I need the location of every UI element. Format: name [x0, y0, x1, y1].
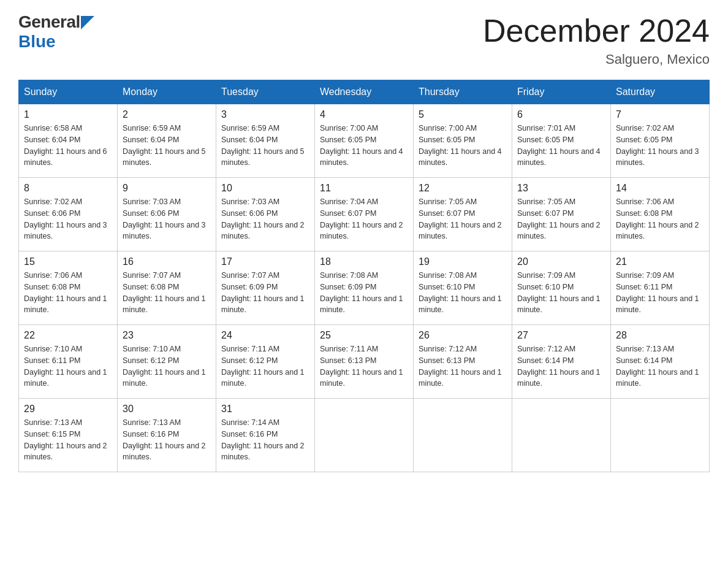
day-number: 22 — [24, 330, 112, 341]
calendar-day-cell: 18 Sunrise: 7:08 AMSunset: 6:09 PMDaylig… — [315, 251, 414, 325]
day-number: 7 — [616, 109, 704, 120]
day-number: 13 — [517, 183, 605, 194]
logo: General Blue — [18, 12, 94, 52]
calendar-day-cell: 2 Sunrise: 6:59 AMSunset: 6:04 PMDayligh… — [118, 104, 216, 178]
day-number: 5 — [419, 109, 507, 120]
day-info: Sunrise: 7:09 AMSunset: 6:11 PMDaylight:… — [616, 271, 699, 314]
day-info: Sunrise: 7:00 AMSunset: 6:05 PMDaylight:… — [419, 124, 502, 167]
day-number: 31 — [221, 404, 309, 415]
month-title: December 2024 — [483, 12, 710, 49]
day-number: 25 — [320, 330, 408, 341]
calendar-week-row: 29 Sunrise: 7:13 AMSunset: 6:15 PMDaylig… — [19, 399, 710, 472]
day-info: Sunrise: 7:13 AMSunset: 6:15 PMDaylight:… — [24, 418, 107, 461]
day-number: 3 — [221, 109, 309, 120]
day-number: 28 — [616, 330, 704, 341]
calendar-day-cell: 22 Sunrise: 7:10 AMSunset: 6:11 PMDaylig… — [19, 325, 118, 399]
day-number: 21 — [616, 256, 704, 267]
day-info: Sunrise: 7:12 AMSunset: 6:13 PMDaylight:… — [419, 345, 502, 388]
calendar-week-row: 22 Sunrise: 7:10 AMSunset: 6:11 PMDaylig… — [19, 325, 710, 399]
calendar-day-cell: 1 Sunrise: 6:58 AMSunset: 6:04 PMDayligh… — [19, 104, 118, 178]
location: Salguero, Mexico — [483, 52, 710, 67]
calendar-day-cell: 7 Sunrise: 7:02 AMSunset: 6:05 PMDayligh… — [611, 104, 710, 178]
calendar-body: 1 Sunrise: 6:58 AMSunset: 6:04 PMDayligh… — [19, 104, 710, 472]
calendar-day-cell: 14 Sunrise: 7:06 AMSunset: 6:08 PMDaylig… — [611, 178, 710, 251]
day-number: 17 — [221, 256, 309, 267]
day-info: Sunrise: 6:59 AMSunset: 6:04 PMDaylight:… — [221, 124, 305, 167]
day-info: Sunrise: 7:06 AMSunset: 6:08 PMDaylight:… — [616, 197, 699, 240]
calendar-week-row: 1 Sunrise: 6:58 AMSunset: 6:04 PMDayligh… — [19, 104, 710, 178]
day-number: 8 — [24, 183, 112, 194]
day-info: Sunrise: 7:07 AMSunset: 6:09 PMDaylight:… — [221, 271, 305, 314]
calendar-day-cell: 27 Sunrise: 7:12 AMSunset: 6:14 PMDaylig… — [512, 325, 611, 399]
weekday-header-tuesday: Tuesday — [216, 80, 315, 104]
day-info: Sunrise: 7:10 AMSunset: 6:11 PMDaylight:… — [24, 345, 107, 388]
day-info: Sunrise: 7:13 AMSunset: 6:16 PMDaylight:… — [123, 418, 206, 461]
day-info: Sunrise: 7:02 AMSunset: 6:05 PMDaylight:… — [616, 124, 699, 167]
day-info: Sunrise: 7:13 AMSunset: 6:14 PMDaylight:… — [616, 345, 699, 388]
day-number: 19 — [419, 256, 507, 267]
day-number: 2 — [123, 109, 211, 120]
day-number: 1 — [24, 109, 112, 120]
calendar-day-cell: 5 Sunrise: 7:00 AMSunset: 6:05 PMDayligh… — [414, 104, 512, 178]
day-number: 9 — [123, 183, 211, 194]
day-info: Sunrise: 7:14 AMSunset: 6:16 PMDaylight:… — [221, 418, 305, 461]
calendar-day-cell: 28 Sunrise: 7:13 AMSunset: 6:14 PMDaylig… — [611, 325, 710, 399]
day-number: 23 — [123, 330, 211, 341]
day-info: Sunrise: 7:06 AMSunset: 6:08 PMDaylight:… — [24, 271, 107, 314]
calendar-day-cell: 21 Sunrise: 7:09 AMSunset: 6:11 PMDaylig… — [611, 251, 710, 325]
calendar-day-cell — [512, 399, 611, 472]
day-number: 24 — [221, 330, 309, 341]
day-info: Sunrise: 6:59 AMSunset: 6:04 PMDaylight:… — [123, 124, 206, 167]
day-number: 12 — [419, 183, 507, 194]
calendar-day-cell: 13 Sunrise: 7:05 AMSunset: 6:07 PMDaylig… — [512, 178, 611, 251]
calendar-day-cell: 17 Sunrise: 7:07 AMSunset: 6:09 PMDaylig… — [216, 251, 315, 325]
day-number: 14 — [616, 183, 704, 194]
day-info: Sunrise: 7:09 AMSunset: 6:10 PMDaylight:… — [517, 271, 601, 314]
day-info: Sunrise: 7:03 AMSunset: 6:06 PMDaylight:… — [221, 197, 305, 240]
calendar-week-row: 8 Sunrise: 7:02 AMSunset: 6:06 PMDayligh… — [19, 178, 710, 251]
day-number: 20 — [517, 256, 605, 267]
calendar-day-cell: 30 Sunrise: 7:13 AMSunset: 6:16 PMDaylig… — [118, 399, 216, 472]
calendar-day-cell: 19 Sunrise: 7:08 AMSunset: 6:10 PMDaylig… — [414, 251, 512, 325]
day-info: Sunrise: 7:12 AMSunset: 6:14 PMDaylight:… — [517, 345, 601, 388]
day-number: 27 — [517, 330, 605, 341]
day-info: Sunrise: 7:00 AMSunset: 6:05 PMDaylight:… — [320, 124, 403, 167]
calendar-day-cell: 12 Sunrise: 7:05 AMSunset: 6:07 PMDaylig… — [414, 178, 512, 251]
day-info: Sunrise: 7:11 AMSunset: 6:12 PMDaylight:… — [221, 345, 305, 388]
calendar-day-cell: 16 Sunrise: 7:07 AMSunset: 6:08 PMDaylig… — [118, 251, 216, 325]
calendar-day-cell: 11 Sunrise: 7:04 AMSunset: 6:07 PMDaylig… — [315, 178, 414, 251]
title-area: December 2024 Salguero, Mexico — [483, 12, 710, 67]
day-info: Sunrise: 7:03 AMSunset: 6:06 PMDaylight:… — [123, 197, 206, 240]
weekday-header-wednesday: Wednesday — [315, 80, 414, 104]
calendar-day-cell: 23 Sunrise: 7:10 AMSunset: 6:12 PMDaylig… — [118, 325, 216, 399]
logo-arrow-icon — [81, 16, 94, 29]
calendar-week-row: 15 Sunrise: 7:06 AMSunset: 6:08 PMDaylig… — [19, 251, 710, 325]
calendar-day-cell: 20 Sunrise: 7:09 AMSunset: 6:10 PMDaylig… — [512, 251, 611, 325]
day-info: Sunrise: 7:08 AMSunset: 6:09 PMDaylight:… — [320, 271, 403, 314]
day-number: 11 — [320, 183, 408, 194]
calendar-day-cell: 8 Sunrise: 7:02 AMSunset: 6:06 PMDayligh… — [19, 178, 118, 251]
weekday-header-sunday: Sunday — [19, 80, 118, 104]
day-info: Sunrise: 6:58 AMSunset: 6:04 PMDaylight:… — [24, 124, 107, 167]
weekday-header-monday: Monday — [118, 80, 216, 104]
svg-marker-0 — [81, 16, 94, 29]
day-info: Sunrise: 7:05 AMSunset: 6:07 PMDaylight:… — [419, 197, 502, 240]
calendar-day-cell: 3 Sunrise: 6:59 AMSunset: 6:04 PMDayligh… — [216, 104, 315, 178]
calendar-day-cell: 15 Sunrise: 7:06 AMSunset: 6:08 PMDaylig… — [19, 251, 118, 325]
calendar-day-cell: 9 Sunrise: 7:03 AMSunset: 6:06 PMDayligh… — [118, 178, 216, 251]
calendar-day-cell: 10 Sunrise: 7:03 AMSunset: 6:06 PMDaylig… — [216, 178, 315, 251]
day-info: Sunrise: 7:08 AMSunset: 6:10 PMDaylight:… — [419, 271, 502, 314]
calendar-day-cell: 25 Sunrise: 7:11 AMSunset: 6:13 PMDaylig… — [315, 325, 414, 399]
day-number: 15 — [24, 256, 112, 267]
calendar-day-cell: 4 Sunrise: 7:00 AMSunset: 6:05 PMDayligh… — [315, 104, 414, 178]
calendar-day-cell: 6 Sunrise: 7:01 AMSunset: 6:05 PMDayligh… — [512, 104, 611, 178]
calendar-day-cell — [611, 399, 710, 472]
day-info: Sunrise: 7:02 AMSunset: 6:06 PMDaylight:… — [24, 197, 107, 240]
day-info: Sunrise: 7:10 AMSunset: 6:12 PMDaylight:… — [123, 345, 206, 388]
day-info: Sunrise: 7:04 AMSunset: 6:07 PMDaylight:… — [320, 197, 403, 240]
day-number: 29 — [24, 404, 112, 415]
logo-blue-text: Blue — [18, 32, 56, 51]
weekday-header-saturday: Saturday — [611, 80, 710, 104]
weekday-header-thursday: Thursday — [414, 80, 512, 104]
calendar-day-cell: 26 Sunrise: 7:12 AMSunset: 6:13 PMDaylig… — [414, 325, 512, 399]
